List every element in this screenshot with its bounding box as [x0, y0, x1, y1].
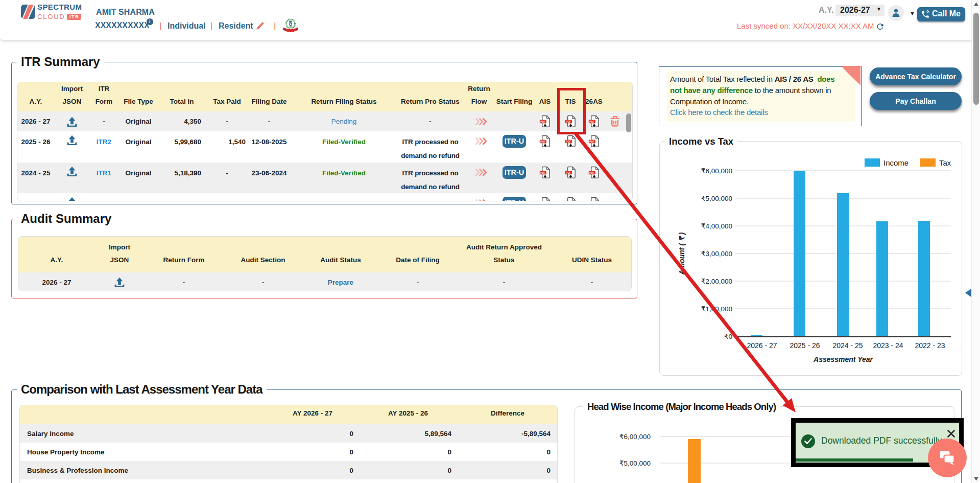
svg-text:2026 - 27: 2026 - 27 — [747, 341, 777, 350]
svg-text:Income: Income — [883, 158, 909, 167]
svg-text:₹0: ₹0 — [724, 333, 732, 340]
svg-text:2022 - 23: 2022 - 23 — [915, 341, 945, 350]
svg-text:Assessment Year: Assessment Year — [813, 355, 874, 363]
svg-text:2023 - 24: 2023 - 24 — [873, 341, 903, 350]
svg-text:₹4,00,000: ₹4,00,000 — [701, 222, 732, 230]
svg-text:₹5,00,000: ₹5,00,000 — [701, 195, 732, 202]
svg-text:Tax: Tax — [939, 158, 951, 167]
svg-text:₹6,00,000: ₹6,00,000 — [619, 433, 651, 441]
svg-text:₹6,00,000: ₹6,00,000 — [701, 167, 732, 175]
svg-text:2024 - 25: 2024 - 25 — [832, 341, 863, 350]
svg-text:₹1,00,000: ₹1,00,000 — [701, 305, 732, 313]
svg-text:2025 - 26: 2025 - 26 — [790, 341, 820, 350]
svg-text:₹3,00,000: ₹3,00,000 — [701, 250, 732, 258]
svg-text:Amount ( ₹ ): Amount ( ₹ ) — [678, 232, 686, 275]
svg-text:₹2,00,000: ₹2,00,000 — [701, 278, 732, 285]
svg-text:₹5,00,000: ₹5,00,000 — [619, 459, 651, 467]
